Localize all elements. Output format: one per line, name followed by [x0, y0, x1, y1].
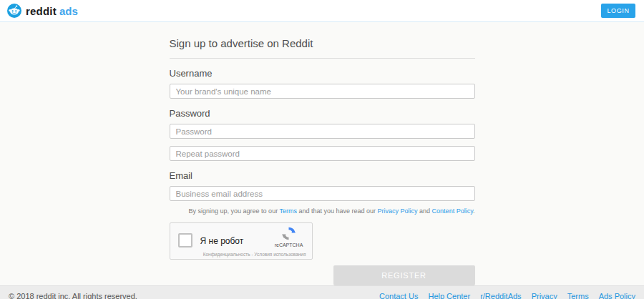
recaptcha-checkbox[interactable] [178, 233, 192, 247]
page-title: Sign up to advertise on Reddit [170, 37, 475, 59]
recaptcha-arrows-icon [281, 226, 296, 244]
terms-link[interactable]: Terms [279, 207, 297, 215]
copyright-text: © 2018 reddit inc. All rights reserved. [9, 292, 137, 299]
footer: © 2018 reddit inc. All rights reserved. … [0, 285, 644, 299]
footer-links: Contact Us Help Center r/RedditAds Priva… [379, 292, 635, 299]
repeat-password-input[interactable] [170, 146, 475, 161]
recaptcha-logo-text: reCAPTCHA [273, 242, 305, 247]
footer-link-privacy[interactable]: Privacy [532, 292, 557, 299]
recaptcha-widget: Я не робот reCAPTCHA Конфиденциальность … [170, 222, 313, 260]
register-row: REGISTER [170, 265, 475, 285]
brand-name: reddit [26, 5, 57, 17]
brand-suffix: ads [59, 5, 78, 17]
top-navbar: reddit ads LOGIN [0, 0, 644, 22]
footer-link-help-center[interactable]: Help Center [428, 292, 470, 299]
recaptcha-logo: reCAPTCHA [273, 226, 305, 247]
reddit-snoo-icon [7, 4, 21, 18]
footer-link-terms[interactable]: Terms [567, 292, 589, 299]
login-button[interactable]: LOGIN [601, 4, 635, 18]
footer-link-contact-us[interactable]: Contact Us [379, 292, 418, 299]
recaptcha-privacy-terms[interactable]: Конфиденциальность - Условия использован… [203, 252, 306, 257]
email-input[interactable] [170, 186, 475, 201]
register-button[interactable]: REGISTER [333, 265, 475, 285]
content-policy-link[interactable]: Content Policy [432, 207, 473, 215]
terms-note-suffix: . [473, 207, 475, 215]
username-input[interactable] [170, 84, 475, 99]
password-label: Password [170, 108, 475, 119]
terms-note-prefix: By signing up, you agree to our [189, 207, 280, 215]
terms-note-and: and [418, 207, 432, 215]
reddit-ads-logo[interactable]: reddit ads [7, 4, 78, 18]
page: reddit ads LOGIN Sign up to advertise on… [0, 0, 644, 299]
password-input[interactable] [170, 124, 475, 139]
recaptcha-checkbox-label: Я не робот [200, 236, 244, 246]
privacy-policy-link[interactable]: Privacy Policy [378, 207, 418, 215]
username-label: Username [170, 68, 475, 79]
email-label: Email [170, 170, 475, 181]
signup-form: Sign up to advertise on Reddit Username … [170, 37, 475, 285]
footer-link-ads-policy[interactable]: Ads Policy [599, 292, 635, 299]
main-content: Sign up to advertise on Reddit Username … [0, 22, 644, 285]
terms-note-middle: and that you have read our [297, 207, 378, 215]
terms-note: By signing up, you agree to our Terms an… [170, 207, 475, 215]
footer-link-redditads[interactable]: r/RedditAds [480, 292, 521, 299]
